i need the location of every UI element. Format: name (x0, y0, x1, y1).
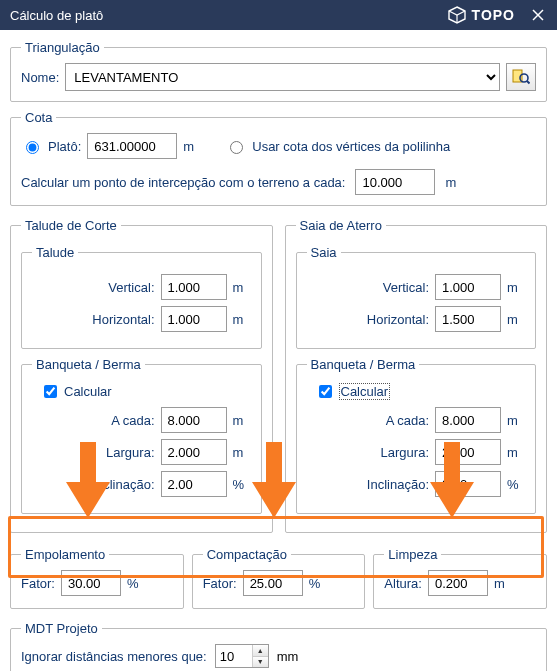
fieldset-aterro-saia: Saia Vertical: m Horizontal: m (296, 245, 537, 349)
legend-aterro-saia: Saia (307, 245, 341, 260)
close-button[interactable] (529, 6, 547, 24)
titlebar: Cálculo de platô TOPO (0, 0, 557, 30)
fieldset-triangulacao: Triangulação Nome: LEVANTAMENTO (10, 40, 547, 102)
input-empol-fator[interactable] (61, 570, 121, 596)
label-corte-horizontal: Horizontal: (79, 312, 155, 327)
fieldset-empolamento: Empolamento Fator: % (10, 547, 184, 609)
window-title: Cálculo de platô (10, 8, 103, 23)
unit-aterro-largura: m (507, 445, 525, 460)
input-aterro-incl[interactable] (435, 471, 501, 497)
input-aterro-largura[interactable] (435, 439, 501, 465)
dialog-content: Triangulação Nome: LEVANTAMENTO Cota (0, 30, 557, 671)
label-empol-fator: Fator: (21, 576, 55, 591)
fieldset-corte: Talude de Corte Talude Vertical: m Horiz… (10, 218, 273, 533)
label-compact-fator: Fator: (203, 576, 237, 591)
legend-aterro-banqueta: Banqueta / Berma (307, 357, 420, 372)
fieldset-corte-talude: Talude Vertical: m Horizontal: m (21, 245, 262, 349)
label-corte-acada: A cada: (79, 413, 155, 428)
input-plato[interactable] (87, 133, 177, 159)
unit-corte-incl: % (233, 477, 251, 492)
label-corte-calcular: Calcular (64, 384, 112, 399)
unit-corte-horizontal: m (233, 312, 251, 327)
fieldset-aterro: Saia de Aterro Saia Vertical: m Horizont… (285, 218, 548, 533)
label-corte-vertical: Vertical: (79, 280, 155, 295)
input-compact-fator[interactable] (243, 570, 303, 596)
fieldset-compactacao: Compactação Fator: % (192, 547, 366, 609)
label-corte-incl: Inclinação: (79, 477, 155, 492)
legend-triangulacao: Triangulação (21, 40, 104, 55)
fieldset-cota: Cota Platô: m Usar cota dos vértices da … (10, 110, 547, 206)
input-corte-acada[interactable] (161, 407, 227, 433)
unit-calc-inter: m (445, 175, 463, 190)
unit-limpeza: m (494, 576, 512, 591)
unit-corte-vertical: m (233, 280, 251, 295)
unit-empol: % (127, 576, 145, 591)
svg-line-6 (527, 81, 530, 84)
check-aterro-calcular[interactable] (319, 385, 332, 398)
label-plato: Platô: (48, 139, 81, 154)
unit-mdt: mm (277, 649, 299, 664)
input-corte-incl[interactable] (161, 471, 227, 497)
label-usar-vertices: Usar cota dos vértices da polilinha (252, 139, 450, 154)
unit-compact: % (309, 576, 327, 591)
legend-mdt: MDT Projeto (21, 621, 102, 636)
label-aterro-horizontal: Horizontal: (353, 312, 429, 327)
radio-plato[interactable] (26, 141, 39, 154)
input-corte-largura[interactable] (161, 439, 227, 465)
cube-icon (448, 6, 466, 24)
fieldset-aterro-banqueta: Banqueta / Berma Calcular A cada: m Larg… (296, 357, 537, 514)
legend-corte-talude: Talude (32, 245, 78, 260)
pick-entity-button[interactable] (506, 63, 536, 91)
input-calc-inter[interactable] (355, 169, 435, 195)
input-aterro-acada[interactable] (435, 407, 501, 433)
label-nome: Nome: (21, 70, 59, 85)
input-aterro-horizontal[interactable] (435, 306, 501, 332)
unit-plato: m (183, 139, 201, 154)
legend-empolamento: Empolamento (21, 547, 109, 562)
label-aterro-acada: A cada: (353, 413, 429, 428)
unit-corte-largura: m (233, 445, 251, 460)
input-aterro-vertical[interactable] (435, 274, 501, 300)
unit-aterro-acada: m (507, 413, 525, 428)
spinner-mdt-ignore[interactable]: ▲ ▼ (215, 644, 269, 668)
label-aterro-incl: Inclinação: (353, 477, 429, 492)
unit-aterro-incl: % (507, 477, 525, 492)
label-corte-largura: Largura: (79, 445, 155, 460)
legend-corte: Talude de Corte (21, 218, 121, 233)
label-aterro-calcular: Calcular (339, 383, 391, 400)
radio-usar-vertices[interactable] (230, 141, 243, 154)
label-calc-inter: Calcular um ponto de intercepção com o t… (21, 175, 345, 190)
brand-logo: TOPO (448, 6, 515, 24)
legend-corte-banqueta: Banqueta / Berma (32, 357, 145, 372)
input-limpeza-altura[interactable] (428, 570, 488, 596)
unit-corte-acada: m (233, 413, 251, 428)
label-mdt-ignore: Ignorar distâncias menores que: (21, 649, 207, 664)
legend-limpeza: Limpeza (384, 547, 441, 562)
combo-nome[interactable]: LEVANTAMENTO (65, 63, 500, 91)
spinner-down-icon[interactable]: ▼ (253, 657, 268, 668)
label-aterro-largura: Largura: (353, 445, 429, 460)
fieldset-limpeza: Limpeza Altura: m (373, 547, 547, 609)
legend-cota: Cota (21, 110, 56, 125)
legend-aterro: Saia de Aterro (296, 218, 386, 233)
unit-aterro-horizontal: m (507, 312, 525, 327)
check-corte-calcular[interactable] (44, 385, 57, 398)
fieldset-mdt: MDT Projeto Ignorar distâncias menores q… (10, 621, 547, 671)
label-aterro-vertical: Vertical: (353, 280, 429, 295)
label-limpeza-altura: Altura: (384, 576, 422, 591)
unit-aterro-vertical: m (507, 280, 525, 295)
magnifier-icon (512, 67, 530, 88)
input-corte-horizontal[interactable] (161, 306, 227, 332)
input-corte-vertical[interactable] (161, 274, 227, 300)
spinner-up-icon[interactable]: ▲ (253, 645, 268, 657)
brand-text: TOPO (472, 7, 515, 23)
fieldset-corte-banqueta: Banqueta / Berma Calcular A cada: m Larg… (21, 357, 262, 514)
radio-group-cota: Platô: m (21, 133, 201, 159)
input-mdt-ignore[interactable] (216, 645, 252, 667)
legend-compactacao: Compactação (203, 547, 291, 562)
